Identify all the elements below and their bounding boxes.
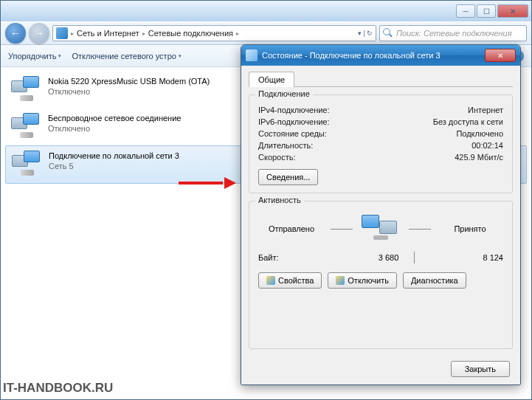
- shield-icon: [336, 276, 345, 285]
- breadcrumb-level1[interactable]: Сеть и Интернет: [77, 29, 139, 38]
- connection-group: Подключение IPv4-подключение:Интернет IP…: [249, 94, 513, 193]
- tab-general[interactable]: Общие: [249, 72, 294, 87]
- properties-button[interactable]: Свойства: [258, 272, 322, 289]
- speed-label: Скорость:: [258, 153, 296, 162]
- ipv6-label: IPv6-подключение:: [258, 117, 330, 126]
- chevron-icon: ▸: [236, 30, 239, 37]
- close-button[interactable]: ✕: [497, 4, 528, 18]
- ipv6-value: Без доступа к сети: [433, 117, 503, 126]
- chevron-icon: ▸: [71, 30, 74, 37]
- activity-group: Активность Отправлено Принято Байт: 3 68…: [249, 201, 513, 349]
- activity-icon: [359, 213, 403, 244]
- breadcrumb-level2[interactable]: Сетевые подключения: [148, 29, 233, 38]
- sent-label: Отправлено: [258, 224, 325, 233]
- connection-status: Отключено: [48, 86, 210, 97]
- activity-line: [409, 229, 431, 230]
- search-placeholder: Поиск: Сетевые подключения: [396, 29, 512, 38]
- dialog-footer: Закрыть: [249, 356, 513, 377]
- maximize-button[interactable]: ☐: [477, 4, 496, 18]
- watermark: IT-HANDBOOK.RU: [3, 381, 113, 396]
- connection-name: Nokia 5220 XpressMusic USB Modem (OTA): [48, 76, 210, 86]
- connection-name: Беспроводное сетевое соединение: [48, 113, 181, 123]
- dialog-title: Состояние - Подключение по локальной сет…: [262, 51, 441, 60]
- refresh-icon[interactable]: ▾ | ↻: [358, 30, 373, 37]
- dialog-titlebar: Состояние - Подключение по локальной сет…: [241, 45, 520, 66]
- disable-button[interactable]: Отключить: [328, 272, 397, 289]
- connection-name: Подключение по локальной сети 3: [49, 151, 179, 161]
- network-icon: [56, 27, 68, 39]
- search-icon: [383, 28, 393, 38]
- bytes-recv-value: 8 124: [429, 253, 503, 262]
- dialog-icon: [246, 49, 258, 61]
- bytes-sent-value: 3 680: [325, 253, 398, 262]
- connection-status: Отключено: [48, 123, 181, 134]
- separator: [414, 252, 415, 263]
- nav-bar: ← → ▸ Сеть и Интернет ▸ Сетевые подключе…: [1, 21, 531, 45]
- modem-icon: [11, 76, 42, 104]
- duration-value: 00:02:14: [471, 141, 503, 150]
- ipv4-label: IPv4-подключение:: [258, 106, 330, 114]
- speed-value: 425.9 Мбит/с: [455, 153, 503, 162]
- dialog-body: Общие Подключение IPv4-подключение:Интер…: [241, 66, 520, 385]
- search-input[interactable]: Поиск: Сетевые подключения: [379, 25, 527, 41]
- organize-menu[interactable]: Упорядочить: [8, 52, 61, 61]
- ipv4-value: Интернет: [468, 106, 503, 114]
- group-title: Подключение: [255, 89, 313, 98]
- group-title: Активность: [255, 196, 304, 204]
- chevron-icon: ▸: [142, 30, 145, 37]
- tab-strip: Общие: [249, 72, 513, 87]
- disable-device-menu[interactable]: Отключение сетевого устро: [72, 52, 181, 61]
- close-button[interactable]: Закрыть: [451, 361, 510, 377]
- media-value: Подключено: [456, 129, 503, 138]
- details-button[interactable]: Сведения...: [258, 169, 318, 185]
- dialog-close-button[interactable]: ✕: [485, 49, 516, 62]
- forward-button[interactable]: →: [29, 23, 49, 44]
- connection-status: Сеть 5: [49, 161, 179, 171]
- media-label: Состояние среды:: [258, 129, 327, 138]
- lan-icon: [12, 151, 43, 179]
- duration-label: Длительность:: [258, 141, 313, 150]
- main-titlebar: ─ ☐ ✕: [1, 1, 531, 21]
- minimize-button[interactable]: ─: [456, 4, 475, 18]
- received-label: Принято: [437, 224, 503, 233]
- diagnostics-button[interactable]: Диагностика: [403, 272, 466, 289]
- activity-line: [331, 229, 353, 230]
- annotation-arrow: [179, 179, 236, 187]
- address-bar[interactable]: ▸ Сеть и Интернет ▸ Сетевые подключения …: [52, 25, 376, 41]
- wireless-icon: [11, 113, 42, 141]
- shield-icon: [266, 276, 275, 285]
- status-dialog: Состояние - Подключение по локальной сет…: [241, 44, 521, 385]
- back-button[interactable]: ←: [5, 23, 26, 44]
- bytes-label: Байт:: [258, 253, 310, 262]
